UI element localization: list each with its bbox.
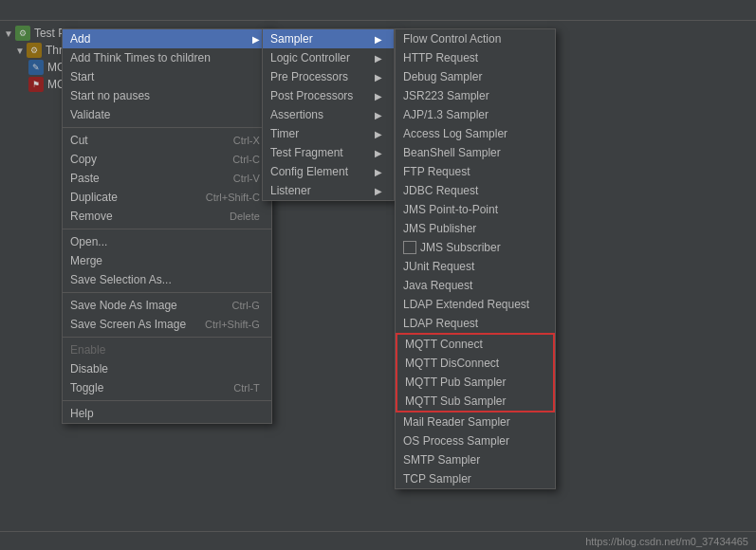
menu-item-config-element[interactable]: Config Element ▶ <box>263 162 394 181</box>
menu-item-junit-request[interactable]: JUnit Request <box>396 257 555 276</box>
menu-item-save-node-image-label: Save Node As Image <box>70 299 177 312</box>
menu-item-help[interactable]: Help <box>63 404 271 423</box>
menu-item-remove[interactable]: Remove Delete <box>63 207 271 226</box>
ldap-request-label: LDAP Request <box>403 317 478 330</box>
menu-item-ldap-request[interactable]: LDAP Request <box>396 314 555 333</box>
jms-point-to-point-label: JMS Point-to-Point <box>403 203 498 216</box>
separator-2 <box>63 229 271 229</box>
menu-item-java-request[interactable]: Java Request <box>396 276 555 295</box>
menu-item-pre-processors-label: Pre Processors <box>270 70 348 83</box>
mqtt-connect-label: MQTT Connect <box>405 338 483 351</box>
menu-item-enable: Enable <box>63 340 271 359</box>
remove-shortcut: Delete <box>230 211 260 222</box>
save-node-image-shortcut: Ctrl-G <box>232 300 260 311</box>
menubar <box>0 0 756 21</box>
menu-item-jms-point-to-point[interactable]: JMS Point-to-Point <box>396 200 555 219</box>
menu-item-access-log-sampler[interactable]: Access Log Sampler <box>396 124 555 143</box>
menu-item-smtp-sampler[interactable]: SMTP Sampler <box>396 450 555 469</box>
menu-item-remove-label: Remove <box>70 210 113 223</box>
menu-item-ftp-request[interactable]: FTP Request <box>396 162 555 181</box>
menu-item-add-think-times[interactable]: Add Think Times to children <box>63 48 271 67</box>
menu-item-cut-label: Cut <box>70 134 88 147</box>
menu-item-debug-sampler[interactable]: Debug Sampler <box>396 67 555 86</box>
menu-item-beanshell-sampler[interactable]: BeanShell Sampler <box>396 143 555 162</box>
menu-item-toggle-label: Toggle <box>70 381 103 394</box>
menu-item-validate[interactable]: Validate <box>63 105 271 124</box>
menu-item-ldap-extended-request[interactable]: LDAP Extended Request <box>396 295 555 314</box>
config-element-submenu-arrow: ▶ <box>375 167 382 177</box>
menu-item-ajp-sampler[interactable]: AJP/1.3 Sampler <box>396 105 555 124</box>
menu-item-timer-label: Timer <box>270 127 299 140</box>
menu-item-cut[interactable]: Cut Ctrl-X <box>63 131 271 150</box>
menu-item-mqtt-pub-sampler[interactable]: MQTT Pub Sampler <box>397 373 553 392</box>
cut-shortcut: Ctrl-X <box>233 135 260 146</box>
menu-item-enable-label: Enable <box>70 343 105 357</box>
menu-item-jsr223-sampler[interactable]: JSR223 Sampler <box>396 86 555 105</box>
menu-item-mqtt-connect[interactable]: MQTT Connect <box>397 335 553 354</box>
separator-5 <box>63 400 271 401</box>
context-menu-level1: Add ▶ Add Think Times to children Start … <box>62 28 272 424</box>
menu-item-start-no-pauses[interactable]: Start no pauses <box>63 86 271 105</box>
jms-subscriber-checkbox[interactable] <box>403 241 416 254</box>
menu-item-save-node-image[interactable]: Save Node As Image Ctrl-G <box>63 296 271 315</box>
menu-item-tcp-sampler[interactable]: TCP Sampler <box>396 469 555 488</box>
menu-item-save-selection[interactable]: Save Selection As... <box>63 270 271 289</box>
junit-request-label: JUnit Request <box>403 260 474 273</box>
pre-processors-submenu-arrow: ▶ <box>375 72 382 82</box>
menu-item-logic-controller[interactable]: Logic Controller ▶ <box>263 48 394 67</box>
menu-item-timer[interactable]: Timer ▶ <box>263 124 394 143</box>
menu-item-open[interactable]: Open... <box>63 232 271 251</box>
duplicate-shortcut: Ctrl+Shift-C <box>206 192 260 203</box>
menu-item-jms-subscriber[interactable]: JMS Subscriber <box>396 238 555 257</box>
paste-shortcut: Ctrl-V <box>233 173 260 184</box>
menu-item-http-request[interactable]: HTTP Request <box>396 48 555 67</box>
menu-item-help-label: Help <box>70 407 94 420</box>
menu-item-paste[interactable]: Paste Ctrl-V <box>63 169 271 188</box>
menu-item-listener[interactable]: Listener ▶ <box>263 181 394 200</box>
menu-item-logic-controller-label: Logic Controller <box>270 51 350 64</box>
menu-item-jms-publisher[interactable]: JMS Publisher <box>396 219 555 238</box>
menu-item-mqtt-sub-sampler[interactable]: MQTT Sub Sampler <box>397 392 553 411</box>
menu-item-flow-control-action[interactable]: Flow Control Action <box>396 29 555 48</box>
menu-item-test-fragment[interactable]: Test Fragment ▶ <box>263 143 394 162</box>
menu-item-mqtt-disconnect[interactable]: MQTT DisConnect <box>397 354 553 373</box>
menu-item-disable[interactable]: Disable <box>63 359 271 378</box>
menu-item-pre-processors[interactable]: Pre Processors ▶ <box>263 67 394 86</box>
mqtt-sub-sampler-label: MQTT Sub Sampler <box>405 394 506 408</box>
menu-item-assertions-label: Assertions <box>270 108 323 121</box>
menu-item-os-process-sampler[interactable]: OS Process Sampler <box>396 431 555 450</box>
menu-item-start-no-pauses-label: Start no pauses <box>70 89 150 102</box>
mc2-icon: ⚑ <box>28 77 44 92</box>
menu-item-start[interactable]: Start <box>63 67 271 86</box>
statusbar: https://blog.csdn.net/m0_37434465 <box>0 531 756 550</box>
menu-item-mail-reader-sampler[interactable]: Mail Reader Sampler <box>396 412 555 431</box>
menu-item-assertions[interactable]: Assertions ▶ <box>263 105 394 124</box>
statusbar-url: https://blog.csdn.net/m0_37434465 <box>585 536 748 547</box>
menu-item-add[interactable]: Add ▶ <box>63 29 271 48</box>
menu-item-post-processors[interactable]: Post Processors ▶ <box>263 86 394 105</box>
java-request-label: Java Request <box>403 279 472 292</box>
jms-subscriber-label: JMS Subscriber <box>420 241 501 254</box>
jms-publisher-label: JMS Publisher <box>403 222 476 235</box>
menu-item-merge[interactable]: Merge <box>63 251 271 270</box>
menu-item-sampler[interactable]: Sampler ▶ <box>263 29 394 48</box>
menu-item-jdbc-request[interactable]: JDBC Request <box>396 181 555 200</box>
mc1-icon: ✎ <box>28 60 44 75</box>
mqtt-pub-sampler-label: MQTT Pub Sampler <box>405 376 506 389</box>
menu-item-copy[interactable]: Copy Ctrl-C <box>63 150 271 169</box>
testplan-icon: ⚙ <box>15 26 30 41</box>
menu-item-duplicate[interactable]: Duplicate Ctrl+Shift-C <box>63 188 271 207</box>
menu-item-save-screen-image[interactable]: Save Screen As Image Ctrl+Shift-G <box>63 315 271 334</box>
menu-item-toggle[interactable]: Toggle Ctrl-T <box>63 378 271 397</box>
timer-submenu-arrow: ▶ <box>375 129 382 139</box>
menu-item-add-think-times-label: Add Think Times to children <box>70 51 211 64</box>
flow-control-action-label: Flow Control Action <box>403 32 501 46</box>
tcp-sampler-label: TCP Sampler <box>403 472 471 486</box>
menu-item-merge-label: Merge <box>70 254 102 267</box>
menu-item-start-label: Start <box>70 70 94 83</box>
jsr223-sampler-label: JSR223 Sampler <box>403 89 489 102</box>
menu-item-listener-label: Listener <box>270 184 311 197</box>
separator-4 <box>63 337 271 338</box>
menu-item-save-screen-image-label: Save Screen As Image <box>70 318 186 331</box>
menu-item-post-processors-label: Post Processors <box>270 89 353 102</box>
